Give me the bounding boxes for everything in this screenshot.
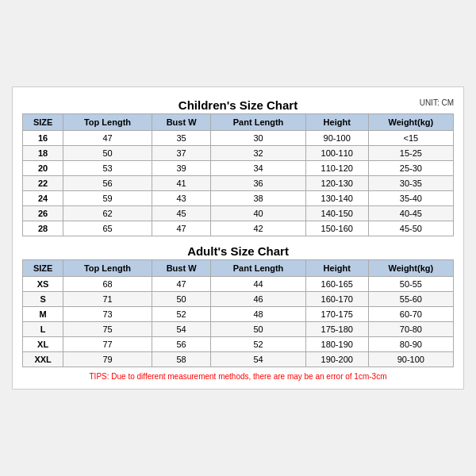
table-cell: 150-160	[305, 221, 368, 236]
table-cell: M	[23, 307, 63, 322]
table-cell: 43	[152, 191, 211, 206]
table-cell: 40	[211, 206, 305, 221]
table-cell: 160-165	[305, 277, 368, 292]
table-cell: 65	[63, 221, 152, 236]
table-cell: 47	[152, 221, 211, 236]
table-cell: 15-25	[368, 146, 453, 161]
table-row: XS684744160-16550-55	[23, 277, 454, 292]
table-row: L755450175-18070-80	[23, 322, 454, 337]
table-cell: 100-110	[305, 146, 368, 161]
adult-section-title: Adult's Size Chart	[22, 241, 454, 259]
table-cell: 34	[211, 161, 305, 176]
table-cell: 39	[152, 161, 211, 176]
table-row: S715046160-17055-60	[23, 292, 454, 307]
table-cell: 48	[211, 307, 305, 322]
table-cell: 26	[23, 206, 63, 221]
table-cell: 120-130	[305, 176, 368, 191]
table-row: 18503732100-11015-25	[23, 146, 454, 161]
table-cell: 50	[152, 292, 211, 307]
table-cell: 59	[63, 191, 152, 206]
table-cell: 50	[63, 146, 152, 161]
table-cell: 68	[63, 277, 152, 292]
col-header-bust-w: Bust W	[152, 114, 211, 131]
table-cell: XXL	[23, 352, 63, 367]
unit-label: UNIT: CM	[420, 98, 454, 107]
table-cell: 71	[63, 292, 152, 307]
adult-col-header-bust-w: Bust W	[152, 260, 211, 277]
col-header-pant-length: Pant Length	[211, 114, 305, 131]
col-header-size: SIZE	[23, 114, 63, 131]
table-cell: 54	[211, 352, 305, 367]
table-cell: 90-100	[368, 352, 453, 367]
table-row: XL775652180-19080-90	[23, 337, 454, 352]
table-cell: 70-80	[368, 322, 453, 337]
table-cell: 32	[211, 146, 305, 161]
chart-container: Children's Size Chart UNIT: CM SIZE Top …	[12, 86, 464, 390]
table-cell: 130-140	[305, 191, 368, 206]
adult-header-row: SIZE Top Length Bust W Pant Length Heigh…	[23, 260, 454, 277]
table-row: 24594338130-14035-40	[23, 191, 454, 206]
table-cell: 47	[152, 277, 211, 292]
table-cell: 37	[152, 146, 211, 161]
children-table: SIZE Top Length Bust W Pant Length Heigh…	[22, 113, 454, 236]
table-cell: 16	[23, 131, 63, 146]
col-header-weight: Weight(kg)	[368, 114, 453, 131]
table-cell: 180-190	[305, 337, 368, 352]
table-cell: S	[23, 292, 63, 307]
adult-title-text: Adult's Size Chart	[187, 244, 289, 258]
table-row: XXL795854190-20090-100	[23, 352, 454, 367]
table-cell: 79	[63, 352, 152, 367]
table-row: 28654742150-16045-50	[23, 221, 454, 236]
table-cell: 40-45	[368, 206, 453, 221]
table-cell: 22	[23, 176, 63, 191]
table-cell: 58	[152, 352, 211, 367]
table-cell: 44	[211, 277, 305, 292]
table-cell: 54	[152, 322, 211, 337]
table-cell: 170-175	[305, 307, 368, 322]
table-cell: 35-40	[368, 191, 453, 206]
table-cell: L	[23, 322, 63, 337]
table-row: 20533934110-12025-30	[23, 161, 454, 176]
adult-table: SIZE Top Length Bust W Pant Length Heigh…	[22, 259, 454, 367]
table-cell: <15	[368, 131, 453, 146]
table-cell: 75	[63, 322, 152, 337]
table-cell: 46	[211, 292, 305, 307]
table-row: 26624540140-15040-45	[23, 206, 454, 221]
table-cell: 42	[211, 221, 305, 236]
table-cell: 190-200	[305, 352, 368, 367]
table-cell: 90-100	[305, 131, 368, 146]
table-cell: 30	[211, 131, 305, 146]
table-cell: 55-60	[368, 292, 453, 307]
adult-col-header-size: SIZE	[23, 260, 63, 277]
table-cell: 18	[23, 146, 63, 161]
table-cell: 30-35	[368, 176, 453, 191]
adult-col-header-top-length: Top Length	[63, 260, 152, 277]
table-cell: 28	[23, 221, 63, 236]
table-row: 1647353090-100<15	[23, 131, 454, 146]
table-cell: 41	[152, 176, 211, 191]
table-cell: 110-120	[305, 161, 368, 176]
table-cell: 52	[152, 307, 211, 322]
table-cell: 50	[211, 322, 305, 337]
table-cell: 77	[63, 337, 152, 352]
table-cell: 52	[211, 337, 305, 352]
adult-col-header-height: Height	[305, 260, 368, 277]
table-cell: 56	[152, 337, 211, 352]
table-cell: 53	[63, 161, 152, 176]
children-section-title: Children's Size Chart UNIT: CM	[22, 95, 454, 113]
table-cell: 45-50	[368, 221, 453, 236]
table-cell: 80-90	[368, 337, 453, 352]
table-row: M735248170-17560-70	[23, 307, 454, 322]
table-cell: 20	[23, 161, 63, 176]
table-cell: 36	[211, 176, 305, 191]
col-header-top-length: Top Length	[63, 114, 152, 131]
table-cell: 47	[63, 131, 152, 146]
table-cell: 45	[152, 206, 211, 221]
table-cell: XL	[23, 337, 63, 352]
table-cell: 56	[63, 176, 152, 191]
table-cell: 140-150	[305, 206, 368, 221]
children-header-row: SIZE Top Length Bust W Pant Length Heigh…	[23, 114, 454, 131]
table-cell: XS	[23, 277, 63, 292]
children-title-text: Children's Size Chart	[178, 98, 298, 112]
table-cell: 62	[63, 206, 152, 221]
